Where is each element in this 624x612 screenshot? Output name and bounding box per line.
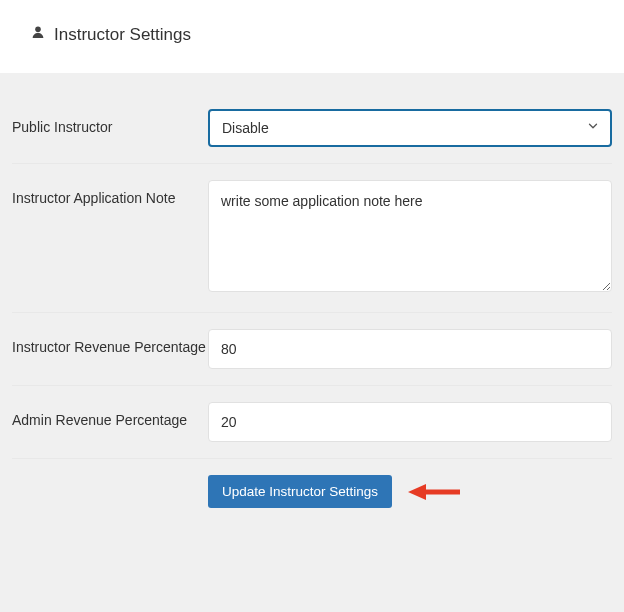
user-icon <box>30 24 46 45</box>
field-application-note <box>208 180 612 296</box>
row-submit: Update Instructor Settings <box>12 459 612 508</box>
row-instructor-revenue: Instructor Revenue Percentage <box>12 313 612 386</box>
svg-point-0 <box>35 27 41 33</box>
arrow-annotation-icon <box>406 481 462 503</box>
svg-marker-2 <box>408 484 426 500</box>
update-settings-button[interactable]: Update Instructor Settings <box>208 475 392 508</box>
card-header: Instructor Settings <box>0 0 624 73</box>
settings-form: Public Instructor Instructor Application… <box>0 93 624 508</box>
label-admin-revenue: Admin Revenue Percentage <box>12 402 208 428</box>
page-title: Instructor Settings <box>30 24 594 45</box>
label-public-instructor: Public Instructor <box>12 109 208 135</box>
row-admin-revenue: Admin Revenue Percentage <box>12 386 612 459</box>
instructor-revenue-input[interactable] <box>208 329 612 369</box>
label-application-note: Instructor Application Note <box>12 180 208 206</box>
field-public-instructor <box>208 109 612 147</box>
field-admin-revenue <box>208 402 612 442</box>
field-instructor-revenue <box>208 329 612 369</box>
admin-revenue-input[interactable] <box>208 402 612 442</box>
page-title-text: Instructor Settings <box>54 25 191 45</box>
row-public-instructor: Public Instructor <box>12 93 612 164</box>
public-instructor-select[interactable] <box>208 109 612 147</box>
application-note-textarea[interactable] <box>208 180 612 292</box>
select-wrap <box>208 109 612 147</box>
label-instructor-revenue: Instructor Revenue Percentage <box>12 329 208 355</box>
row-application-note: Instructor Application Note <box>12 164 612 313</box>
